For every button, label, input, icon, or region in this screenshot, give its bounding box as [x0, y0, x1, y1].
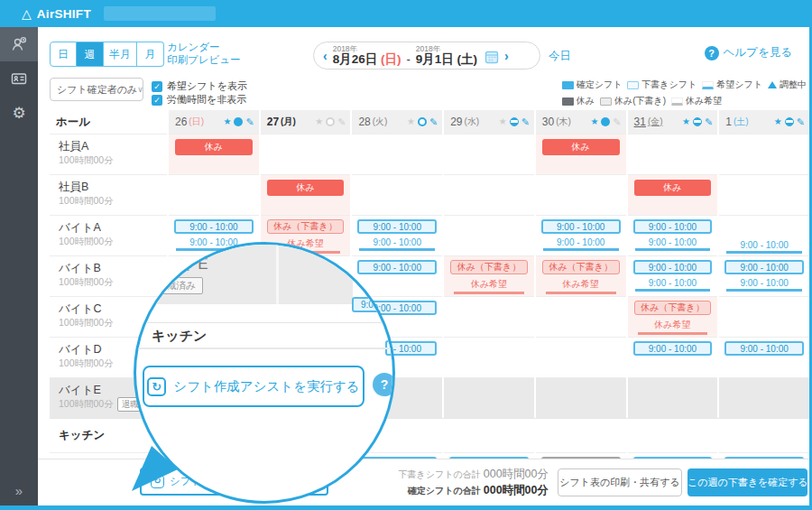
shift-cell[interactable] [536, 296, 626, 337]
magnified-shift-assist-button[interactable]: ↻ シフト作成アシストを実行する [143, 366, 364, 407]
checkbox-label: 希望シフトを表示 [167, 79, 247, 93]
shift-chip[interactable]: 9:00 - 10:00 [724, 260, 804, 274]
shift-cell[interactable]: 9:00 - 10:00 [719, 337, 809, 377]
shift-chip[interactable]: 9:00 - 10:00 [357, 260, 437, 274]
status-circle-icon[interactable] [418, 117, 427, 126]
star-icon[interactable]: ★ [590, 117, 598, 126]
checkbox-show-wish-shifts[interactable]: ✓ 希望シフトを表示 [152, 79, 247, 93]
view-tab-日[interactable]: 日 [50, 42, 77, 67]
today-link[interactable]: 今日 [549, 49, 571, 64]
shift-cell[interactable] [352, 134, 442, 174]
shift-cell[interactable]: 休み [536, 134, 626, 174]
shift-cell[interactable]: 休み [628, 174, 718, 215]
view-tab-半月[interactable]: 半月 [104, 42, 137, 67]
staff-name-cell[interactable]: バイトA100時間00分 [50, 215, 167, 255]
view-tab-月[interactable]: 月 [137, 42, 164, 67]
shift-chip[interactable]: 9:00 - 10:00 [724, 341, 804, 356]
view-tab-週[interactable]: 週 [77, 42, 104, 67]
rest-draft-chip[interactable]: 休み（下書き） [267, 219, 345, 234]
prev-week-button[interactable]: ‹ [323, 49, 328, 63]
calendar-print-preview-link[interactable]: カレンダー 印刷プレビュー [167, 41, 241, 66]
shift-cell[interactable] [719, 377, 809, 418]
sidebar-item-settings[interactable]: ⚙ [0, 96, 38, 130]
shift-cell[interactable]: 休み [169, 134, 259, 174]
status-circle-icon[interactable] [693, 117, 702, 126]
shift-cell[interactable]: 9:00 - 10:00 [719, 215, 809, 255]
shift-cell[interactable] [536, 337, 626, 377]
shift-cell[interactable] [444, 215, 534, 255]
calendar-icon[interactable] [484, 50, 499, 64]
shift-cell[interactable] [352, 174, 442, 215]
rest-chip[interactable]: 休み [634, 180, 712, 196]
pencil-icon[interactable]: ✎ [705, 117, 713, 127]
rest-chip[interactable]: 休み [175, 139, 253, 155]
status-circle-icon[interactable] [326, 117, 335, 126]
pencil-icon[interactable]: ✎ [613, 117, 621, 127]
shift-cell[interactable]: 9:00 - 10:009:00 - 10:00 [628, 215, 718, 255]
status-circle-icon[interactable] [234, 117, 243, 126]
shift-cell[interactable]: 休み（下書き）休み希望 [444, 255, 534, 296]
star-icon[interactable]: ★ [682, 117, 690, 126]
shift-cell[interactable] [628, 377, 718, 418]
shift-cell[interactable] [719, 134, 809, 174]
pencil-icon[interactable]: ✎ [521, 117, 530, 127]
shift-cell[interactable]: 9:00 - 10:009:00 - 10:00 [352, 215, 442, 255]
staff-name-cell[interactable]: 社員B100時間00分 [50, 174, 167, 215]
rest-draft-chip[interactable]: 休み（下書き） [450, 260, 528, 274]
shift-cell[interactable] [536, 174, 626, 215]
shift-chip[interactable]: 9:00 - 10:00 [357, 219, 437, 234]
pencil-icon[interactable]: ✎ [797, 117, 805, 127]
next-week-button[interactable]: › [504, 49, 509, 63]
star-icon[interactable]: ★ [315, 117, 323, 126]
sidebar-item-staff[interactable] [0, 61, 38, 96]
sidebar-collapse-button[interactable]: » [0, 483, 38, 498]
checkbox-hide-work-hours[interactable]: ✓ 労働時間を非表示 [152, 93, 246, 107]
shift-cell[interactable] [169, 174, 259, 215]
shift-cell[interactable] [444, 296, 534, 337]
shift-cell[interactable] [536, 377, 626, 418]
shift-cell[interactable]: 休み（下書き）休み希望 [536, 255, 626, 296]
star-icon[interactable]: ★ [774, 117, 782, 126]
end-date: 2018年 9月1日 (土) [416, 45, 477, 66]
shift-cell[interactable]: 9:00 - 10:009:00 - 10:00 [719, 255, 809, 296]
pencil-icon[interactable]: ✎ [245, 117, 254, 127]
shift-cell[interactable]: 9:00 - 10:009:00 - 10:00 [536, 215, 626, 255]
rest-draft-chip[interactable]: 休み（下書き） [634, 301, 712, 315]
shift-cell[interactable] [261, 134, 351, 174]
help-link[interactable]: ? ヘルプを見る [705, 45, 792, 60]
staff-name-cell[interactable]: 社員A100時間00分 [50, 134, 167, 174]
shift-cell[interactable] [444, 377, 534, 418]
wish-shift-label: 9:00 - 10:00 [726, 240, 802, 254]
shift-chip[interactable]: 9:00 - 10:00 [633, 341, 713, 356]
staff-name-cell[interactable]: バイトB100時間00分 [50, 255, 167, 296]
shift-cell[interactable] [719, 174, 809, 215]
shift-chip[interactable]: 9:00 - 10:00 [633, 219, 713, 234]
status-circle-icon[interactable] [601, 117, 610, 126]
shift-cell[interactable]: 9:00 - 10:009:00 - 10:00 [628, 255, 718, 296]
shift-cell[interactable] [444, 134, 534, 174]
rest-chip[interactable]: 休み [542, 139, 620, 155]
shift-cell[interactable]: 休み（下書き）休み希望 [628, 296, 718, 337]
pencil-icon[interactable]: ✎ [429, 117, 438, 127]
staff-filter-dropdown[interactable]: シフト確定者のみ ∨ [50, 78, 143, 101]
shift-chip[interactable]: 9:00 - 10:00 [541, 219, 621, 234]
status-circle-icon[interactable] [785, 117, 794, 126]
shift-cell[interactable]: 休み [261, 174, 351, 215]
status-circle-icon[interactable] [510, 117, 519, 126]
star-icon[interactable]: ★ [224, 117, 232, 126]
star-icon[interactable]: ★ [499, 117, 507, 126]
shift-chip[interactable]: 9:00 - 10:00 [633, 260, 713, 274]
shift-cell[interactable] [444, 337, 534, 377]
star-icon[interactable]: ★ [407, 117, 415, 126]
rest-draft-chip[interactable]: 休み（下書き） [542, 260, 620, 274]
shift-cell[interactable] [444, 174, 534, 215]
confirm-week-draft-button[interactable]: この週の下書きを確定する [687, 468, 807, 496]
pencil-icon[interactable]: ✎ [337, 117, 346, 127]
sidebar-item-shift[interactable] [0, 27, 38, 61]
print-share-button[interactable]: シフト表の印刷・共有する [558, 468, 682, 496]
shift-cell[interactable] [719, 296, 809, 337]
rest-chip[interactable]: 休み [267, 180, 345, 196]
shift-cell[interactable] [628, 134, 718, 174]
shift-chip[interactable]: 9:00 - 10:00 [174, 219, 254, 234]
shift-cell[interactable]: 9:00 - 10:00 [628, 337, 718, 377]
